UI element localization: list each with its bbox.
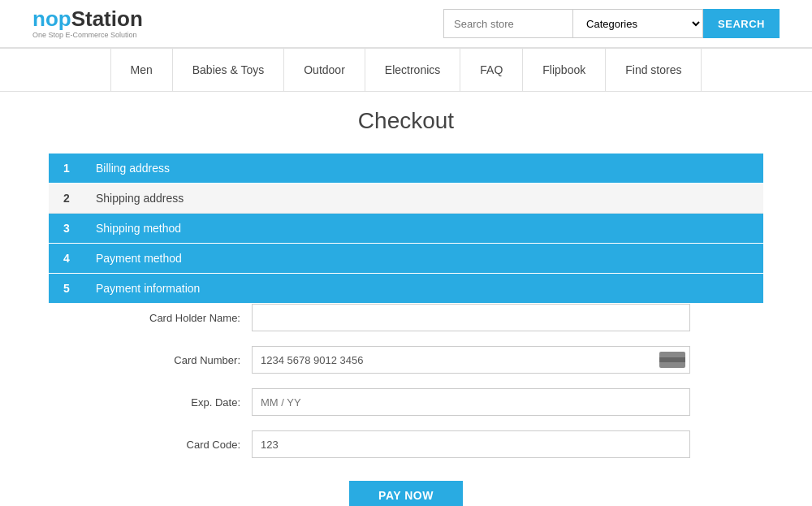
- step-num-2: 2: [49, 184, 84, 213]
- nav-item-faq[interactable]: FAQ: [460, 49, 523, 91]
- card-number-row: Card Number:: [122, 346, 690, 374]
- card-code-row: Card Code:: [122, 430, 690, 458]
- payment-form: Card Holder Name: Card Number: Exp. Date…: [122, 304, 690, 506]
- checkout-step-4[interactable]: 4 Payment method: [49, 244, 763, 274]
- nav-item-flipbook[interactable]: Flipbook: [523, 49, 606, 91]
- search-button[interactable]: SEARCH: [703, 9, 780, 38]
- search-input[interactable]: [443, 9, 573, 38]
- pay-now-button[interactable]: PAY NOW: [349, 481, 463, 506]
- logo-text: nopStation: [32, 8, 143, 29]
- card-number-input[interactable]: [252, 346, 690, 374]
- checkout-step-2[interactable]: 2 Shipping address: [49, 184, 763, 214]
- checkout-steps: 1 Billing address 2 Shipping address 3 S…: [49, 154, 763, 304]
- checkout-step-5[interactable]: 5 Payment information: [49, 274, 763, 304]
- main-content: Checkout 1 Billing address 2 Shipping ad…: [32, 92, 780, 506]
- logo: nopStation One Stop E-Commerce Solution: [32, 8, 143, 39]
- card-code-input[interactable]: [252, 430, 690, 458]
- pay-button-row: PAY NOW: [122, 481, 690, 506]
- card-holder-label: Card Holder Name:: [122, 312, 252, 324]
- nav-item-outdoor[interactable]: Outdoor: [284, 49, 365, 91]
- card-number-wrapper: [252, 346, 690, 374]
- step-num-3: 3: [49, 214, 84, 243]
- nav-item-men[interactable]: Men: [110, 49, 173, 91]
- card-type-icon: [659, 352, 685, 368]
- exp-date-label: Exp. Date:: [122, 396, 252, 409]
- logo-station: Station: [71, 6, 143, 31]
- step-label-1: Billing address: [84, 154, 763, 183]
- logo-tagline: One Stop E-Commerce Solution: [32, 31, 143, 39]
- header: nopStation One Stop E-Commerce Solution …: [0, 0, 812, 48]
- nav-item-electronics[interactable]: Electronics: [365, 49, 460, 91]
- step-label-2: Shipping address: [84, 184, 763, 213]
- card-holder-row: Card Holder Name:: [122, 304, 690, 331]
- card-code-label: Card Code:: [122, 439, 252, 451]
- search-container: Categories Men Babies & Toys Outdoor Ele…: [443, 9, 780, 38]
- main-nav: Men Babies & Toys Outdoor Electronics FA…: [0, 48, 812, 92]
- checkout-step-1[interactable]: 1 Billing address: [49, 154, 763, 184]
- nav-item-babies[interactable]: Babies & Toys: [173, 49, 284, 91]
- step-num-5: 5: [49, 274, 84, 303]
- card-holder-input[interactable]: [252, 304, 690, 331]
- exp-date-row: Exp. Date:: [122, 388, 690, 416]
- exp-date-input[interactable]: [252, 388, 690, 416]
- step-label-5: Payment information: [84, 274, 763, 303]
- step-num-4: 4: [49, 244, 84, 273]
- page-title: Checkout: [49, 108, 763, 134]
- categories-select[interactable]: Categories Men Babies & Toys Outdoor Ele…: [573, 9, 703, 38]
- step-num-1: 1: [49, 154, 84, 183]
- checkout-step-3[interactable]: 3 Shipping method: [49, 214, 763, 244]
- step-label-4: Payment method: [84, 244, 763, 273]
- nav-item-find-stores[interactable]: Find stores: [606, 49, 702, 91]
- card-number-label: Card Number:: [122, 354, 252, 366]
- step-label-3: Shipping method: [84, 214, 763, 243]
- logo-nop: nop: [32, 6, 71, 31]
